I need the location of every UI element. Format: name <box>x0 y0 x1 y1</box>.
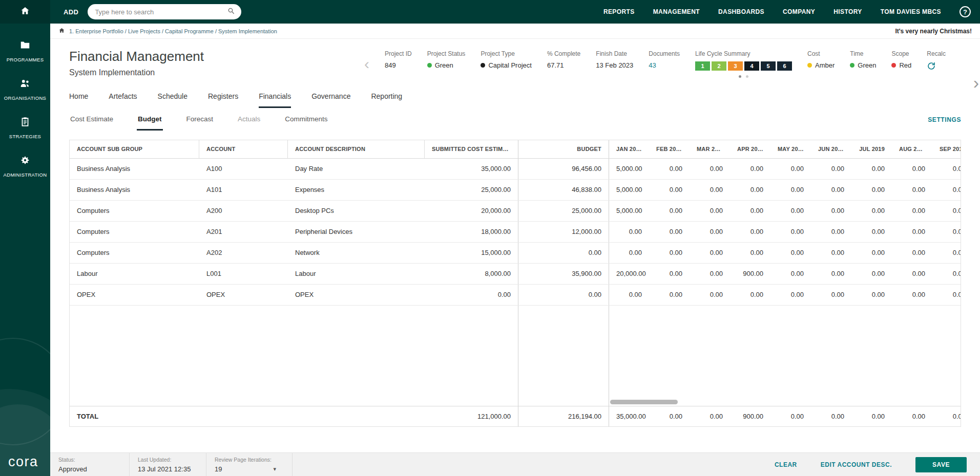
tab-reporting[interactable]: Reporting <box>371 92 402 108</box>
tab-financials[interactable]: Financials <box>259 92 291 108</box>
tab-artefacts[interactable]: Artefacts <box>109 92 137 108</box>
grid-cell[interactable]: 0.00 <box>770 264 811 284</box>
grid-cell[interactable]: A100 <box>199 159 288 179</box>
grid-cell[interactable]: 0.00 <box>811 222 851 242</box>
nav-company[interactable]: COMPANY <box>783 8 815 15</box>
grid-cell[interactable]: 0.00 <box>932 243 961 263</box>
column-header[interactable]: MAY 2019 <box>770 140 811 158</box>
grid-cell[interactable]: 0.00 <box>770 180 811 200</box>
summary-scroll-left-icon[interactable]: ‹ <box>364 56 369 72</box>
grid-cell[interactable]: 0.00 <box>609 222 649 242</box>
subtab-forecast[interactable]: Forecast <box>185 108 215 131</box>
grid-cell[interactable]: 0.00 <box>851 243 892 263</box>
grid-cell[interactable]: 0.00 <box>730 201 770 221</box>
subtab-budget[interactable]: Budget <box>137 108 163 131</box>
grid-cell[interactable]: 0.00 <box>892 222 932 242</box>
grid-cell[interactable]: 0.00 <box>730 285 770 305</box>
grid-cell[interactable]: 96,456.00 <box>518 159 609 179</box>
grid-cell[interactable]: Desktop PCs <box>288 201 425 221</box>
grid-cell[interactable]: 46,838.00 <box>518 180 609 200</box>
pagination-dot[interactable] <box>746 75 748 78</box>
grid-cell[interactable]: 0.00 <box>518 285 609 305</box>
grid-cell[interactable]: 0.00 <box>892 159 932 179</box>
iterations-select[interactable]: 19 ▾ <box>215 465 276 473</box>
tab-governance[interactable]: Governance <box>311 92 350 108</box>
grid-cell[interactable]: 0.00 <box>649 264 690 284</box>
grid-cell[interactable]: Network <box>288 243 425 263</box>
grid-cell[interactable]: 0.00 <box>649 180 690 200</box>
grid-cell[interactable]: 0.00 <box>770 285 811 305</box>
sidebar-item-organisations[interactable]: ORGANISATIONS <box>0 70 50 109</box>
grid-cell[interactable]: 0.00 <box>649 243 690 263</box>
search-input[interactable] <box>94 8 227 16</box>
nav-management[interactable]: MANAGEMENT <box>653 8 700 15</box>
grid-cell[interactable]: 0.00 <box>851 285 892 305</box>
sidebar-item-programmes[interactable]: PROGRAMMES <box>0 32 50 70</box>
grid-cell[interactable]: 0.00 <box>690 264 730 284</box>
grid-cell[interactable]: 35,900.00 <box>518 264 609 284</box>
grid-cell[interactable]: Peripherial Devices <box>288 222 425 242</box>
grid-cell[interactable]: Business Analysis <box>70 180 199 200</box>
grid-cell[interactable]: 0.00 <box>649 201 690 221</box>
grid-cell[interactable]: Day Rate <box>288 159 425 179</box>
grid-cell[interactable]: Computers <box>70 201 199 221</box>
tab-registers[interactable]: Registers <box>208 92 238 108</box>
lifecycle-stage[interactable]: 1 <box>695 61 710 71</box>
recalc-refresh-icon[interactable] <box>927 61 946 71</box>
grid-cell[interactable]: Computers <box>70 243 199 263</box>
grid-cell[interactable]: 0.00 <box>730 243 770 263</box>
column-header[interactable]: BUDGET <box>518 140 609 158</box>
sidebar-item-administration[interactable]: ADMINISTRATION <box>0 147 50 185</box>
tab-home[interactable]: Home <box>69 92 88 108</box>
grid-cell[interactable]: Expenses <box>288 180 425 200</box>
grid-cell[interactable]: 0.00 <box>892 285 932 305</box>
grid-cell[interactable]: 0.00 <box>609 285 649 305</box>
grid-cell[interactable]: 12,000.00 <box>518 222 609 242</box>
user-menu[interactable]: TOM DAVIES MBCS <box>881 8 941 15</box>
pagination-dot[interactable] <box>739 75 741 78</box>
help-icon[interactable]: ? <box>960 6 971 17</box>
grid-cell[interactable]: 0.00 <box>811 264 851 284</box>
grid-cell[interactable]: 0.00 <box>518 243 609 263</box>
grid-cell[interactable]: 0.00 <box>932 159 961 179</box>
tab-schedule[interactable]: Schedule <box>158 92 187 108</box>
subtab-cost-estimate[interactable]: Cost Estimate <box>69 108 114 131</box>
grid-cell[interactable]: OPEX <box>70 285 199 305</box>
grid-cell[interactable]: Labour <box>288 264 425 284</box>
grid-cell[interactable]: 0.00 <box>851 159 892 179</box>
breadcrumb[interactable]: 1. Enterprise Portfolio / Live Projects … <box>69 28 277 34</box>
grid-cell[interactable]: 0.00 <box>690 243 730 263</box>
grid-cell[interactable]: 0.00 <box>892 180 932 200</box>
horizontal-scrollbar[interactable] <box>610 400 678 404</box>
column-header[interactable]: FEB 2019 <box>649 140 690 158</box>
grid-cell[interactable]: 0.00 <box>932 264 961 284</box>
grid-cell[interactable]: OPEX <box>288 285 425 305</box>
grid-cell[interactable]: 0.00 <box>649 222 690 242</box>
grid-cell[interactable]: 0.00 <box>932 180 961 200</box>
lifecycle-stage[interactable]: 6 <box>777 61 792 71</box>
search-box[interactable] <box>88 4 241 19</box>
column-header[interactable]: ACCOUNT <box>199 140 288 158</box>
lifecycle-stage[interactable]: 4 <box>744 61 759 71</box>
grid-cell[interactable]: Labour <box>70 264 199 284</box>
grid-cell[interactable]: 0.00 <box>892 243 932 263</box>
grid-cell[interactable]: A202 <box>199 243 288 263</box>
documents-link[interactable]: 43 <box>649 61 680 69</box>
grid-cell[interactable]: 0.00 <box>892 201 932 221</box>
grid-cell[interactable]: 0.00 <box>609 243 649 263</box>
grid-cell[interactable]: 5,000.00 <box>609 159 649 179</box>
grid-cell[interactable]: 0.00 <box>649 159 690 179</box>
nav-history[interactable]: HISTORY <box>833 8 862 15</box>
grid-cell[interactable]: 0.00 <box>770 201 811 221</box>
grid-cell[interactable]: A201 <box>199 222 288 242</box>
column-header[interactable]: SEP 2019 <box>932 140 961 158</box>
grid-cell[interactable]: 0.00 <box>892 264 932 284</box>
summary-scroll-right-icon[interactable]: › <box>973 74 979 91</box>
grid-cell[interactable]: 0.00 <box>811 180 851 200</box>
grid-cell[interactable]: Computers <box>70 222 199 242</box>
grid-cell[interactable]: 0.00 <box>851 180 892 200</box>
nav-reports[interactable]: REPORTS <box>603 8 635 15</box>
grid-cell[interactable]: Business Analysis <box>70 159 199 179</box>
grid-cell[interactable]: 5,000.00 <box>609 180 649 200</box>
lifecycle-stage[interactable]: 2 <box>712 61 726 71</box>
